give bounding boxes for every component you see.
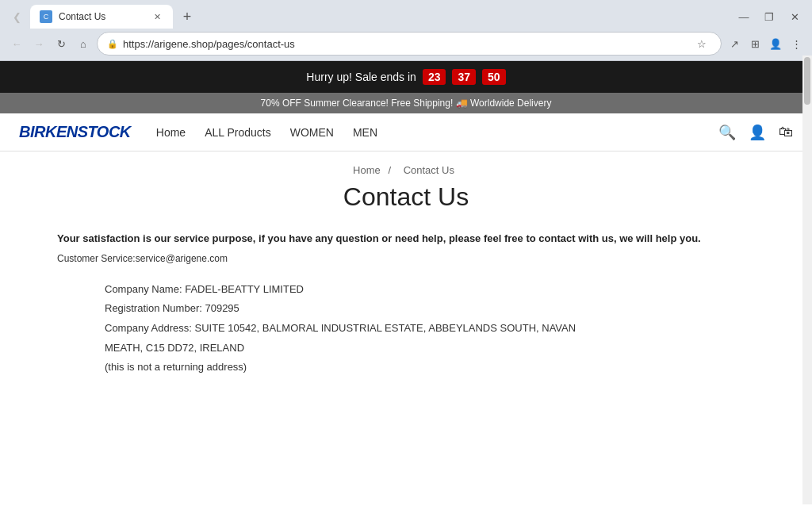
back-button[interactable]: ←	[6, 33, 27, 54]
forward-button[interactable]: →	[29, 33, 49, 54]
navbar: BIRKENSTOCK Home ALL Products WOMEN MEN …	[0, 113, 812, 151]
promo-banner: 70% OFF Summer Clearance! Free Shipping!…	[0, 93, 812, 113]
website-content: Hurry up! Sale ends in 23 37 50 70% OFF …	[0, 61, 812, 506]
brand-logo[interactable]: BIRKENSTOCK	[19, 123, 131, 141]
window-restore-button[interactable]: ❐	[758, 6, 780, 28]
tab-favicon: C	[40, 10, 52, 23]
tab-close-button[interactable]: ✕	[151, 10, 163, 23]
account-icon[interactable]: 👤	[749, 124, 766, 141]
browser-window: ❮ C Contact Us ✕ + — ❐ ✕ ← → ↻ ⌂ 🔒	[0, 0, 812, 506]
main-content: Contact Us Your satisfaction is our serv…	[25, 182, 787, 409]
customer-service: Customer Service:service@arigene.com	[57, 253, 755, 264]
window-minimize-button[interactable]: —	[733, 6, 755, 28]
page-title: Contact Us	[57, 182, 755, 212]
nav-link-women[interactable]: WOMEN	[290, 126, 334, 139]
company-name-line: Company Name: FADEL-BEATTY LIMITED	[105, 280, 755, 300]
search-icon[interactable]: 🔍	[718, 124, 736, 141]
browser-chrome: ❮ C Contact Us ✕ + — ❐ ✕ ← → ↻ ⌂ 🔒	[0, 0, 812, 61]
window-controls: — ❐ ✕	[733, 6, 806, 28]
lock-icon: 🔒	[107, 39, 118, 49]
customer-service-email[interactable]: service@arigene.com	[136, 253, 228, 264]
address-text: https://arigene.shop/pages/contact-us	[123, 38, 688, 50]
address-line2: MEATH, C15 DD72, IRELAND	[105, 339, 755, 358]
breadcrumb-current: Contact Us	[404, 164, 454, 176]
active-tab[interactable]: C Contact Us ✕	[30, 5, 173, 29]
company-info: Company Name: FADEL-BEATTY LIMITED Regis…	[105, 280, 755, 378]
satisfaction-text: Your satisfaction is our service purpose…	[57, 231, 755, 247]
window-close-button[interactable]: ✕	[783, 6, 806, 28]
timer-1: 23	[423, 69, 446, 85]
address-note: (this is not a returning address)	[105, 358, 755, 378]
tab-title: Contact Us	[59, 11, 144, 22]
registration-value: 709295	[205, 302, 239, 314]
address-bar[interactable]: 🔒 https://arigene.shop/pages/contact-us …	[97, 32, 722, 56]
company-name-value: FADEL-BEATTY LIMITED	[185, 283, 304, 295]
address-label: Company Address:	[105, 322, 192, 334]
scrollbar[interactable]	[802, 56, 812, 504]
bookmark-icon[interactable]: ☆	[692, 34, 711, 53]
reload-button[interactable]: ↻	[51, 33, 71, 54]
browser-right-icons: ↗ ⊞ 👤 ⋮	[725, 34, 806, 53]
cart-icon[interactable]: 🛍	[779, 124, 793, 140]
promo-text: 70% OFF Summer Clearance! Free Shipping!…	[261, 98, 552, 109]
home-button[interactable]: ⌂	[73, 33, 94, 54]
timer-3: 50	[482, 69, 506, 85]
sale-text: Hurry up! Sale ends in	[306, 71, 416, 83]
share-icon[interactable]: ↗	[725, 34, 744, 53]
registration-label: Registration Number:	[105, 302, 202, 314]
address-value: SUITE 10542, BALMORAL INDUSTRIAL ESTATE,…	[194, 322, 576, 334]
scroll-thumb[interactable]	[804, 57, 810, 105]
menu-icon[interactable]: ⋮	[787, 34, 806, 53]
breadcrumb-separator: /	[388, 164, 391, 176]
sale-banner: Hurry up! Sale ends in 23 37 50	[0, 61, 812, 93]
profile-icon[interactable]: 👤	[766, 34, 785, 53]
tab-list-button[interactable]: ❮	[6, 6, 27, 27]
new-tab-button[interactable]: +	[176, 6, 198, 28]
nav-icons: 🔍 👤 🛍	[718, 124, 793, 141]
nav-link-all-products[interactable]: ALL Products	[205, 126, 271, 139]
address-line: Company Address: SUITE 10542, BALMORAL I…	[105, 319, 755, 339]
tab-bar: ❮ C Contact Us ✕ + — ❐ ✕	[0, 0, 812, 29]
customer-service-label: Customer Service:	[57, 253, 136, 264]
nav-link-men[interactable]: MEN	[353, 126, 377, 139]
breadcrumb-home[interactable]: Home	[353, 164, 381, 176]
breadcrumb: Home / Contact Us	[0, 151, 812, 182]
nav-link-home[interactable]: Home	[156, 126, 186, 139]
company-name-label: Company Name:	[105, 283, 182, 295]
timer-2: 37	[452, 69, 476, 85]
address-bar-row: ← → ↻ ⌂ 🔒 https://arigene.shop/pages/con…	[0, 29, 812, 60]
registration-line: Registration Number: 709295	[105, 299, 755, 319]
address-right-icons: ☆	[692, 34, 711, 53]
extensions-icon[interactable]: ⊞	[745, 34, 764, 53]
nav-buttons: ← → ↻ ⌂	[6, 33, 94, 54]
nav-links: Home ALL Products WOMEN MEN	[156, 126, 377, 139]
